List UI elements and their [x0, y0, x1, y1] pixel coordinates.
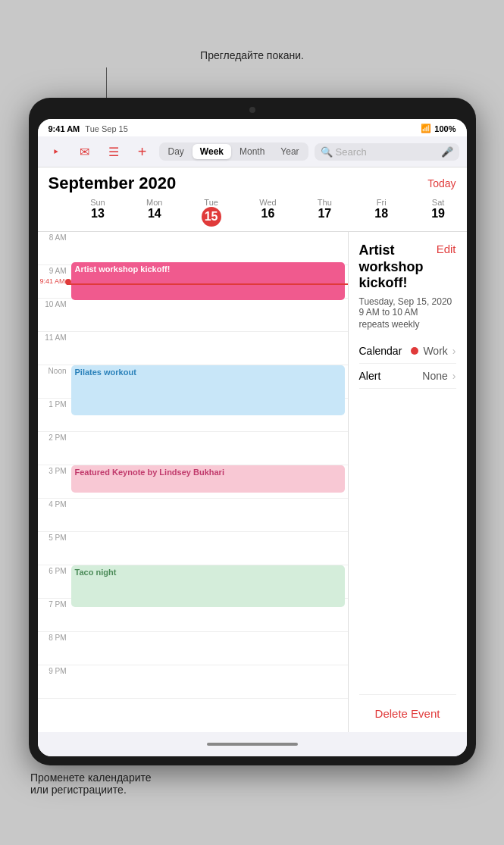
time-label-11am: 11 AM — [38, 332, 70, 365]
weekday-wed: Wed 16 — [239, 196, 296, 228]
home-indicator — [38, 732, 467, 756]
calendar-main: 8 AM 9 AM 10 AM 11 AM Noon 1 PM 2 PM 3 P… — [38, 232, 467, 732]
weekday-fri-label: Fri — [377, 198, 387, 207]
time-label-5pm: 5 PM — [38, 532, 70, 565]
weekday-sat-num: 19 — [410, 207, 467, 221]
delete-event-button[interactable]: Delete Event — [359, 694, 456, 732]
weekday-thu-num: 17 — [296, 207, 353, 221]
time-label-8pm: 8 PM — [38, 632, 70, 665]
detail-repeat: repeats weekly — [359, 319, 456, 330]
detail-edit-button[interactable]: Edit — [437, 243, 456, 255]
device-frame: 9:41 AM Tue Sep 15 📶 100% ‣ ✉ ☰ + Day — [29, 98, 476, 765]
tab-day[interactable]: Day — [161, 144, 192, 159]
weekday-sat-label: Sat — [432, 198, 445, 207]
time-label-3pm: 3 PM — [38, 465, 70, 498]
weekday-mon-label: Mon — [146, 198, 162, 207]
current-time-label: 9:41 AM — [38, 277, 68, 285]
search-icon: 🔍 — [321, 146, 333, 158]
event-pilates-workout[interactable]: Pilates workout — [71, 365, 345, 415]
list-icon[interactable]: ☰ — [103, 141, 124, 162]
current-time-line — [67, 283, 348, 285]
view-switcher: Day Week Month Year — [159, 142, 308, 161]
annotation-line — [106, 67, 107, 98]
search-placeholder: Search — [336, 146, 367, 158]
detail-title-row: Artist workshop kickoff! Edit — [359, 243, 456, 292]
chevron-right-icon: › — [452, 345, 456, 357]
toolbar-icons: ‣ ✉ ☰ + — [45, 141, 153, 162]
detail-panel: Artist workshop kickoff! Edit Tuesday, S… — [349, 232, 467, 732]
weekday-wed-label: Wed — [259, 198, 276, 207]
status-date: Tue Sep 15 — [85, 124, 127, 133]
status-time: 9:41 AM — [49, 124, 80, 133]
weekday-mon: Mon 14 — [126, 196, 183, 228]
time-label-4pm: 4 PM — [38, 499, 70, 531]
event-taco-night[interactable]: Taco night — [71, 565, 345, 607]
detail-date: Tuesday, Sep 15, 2020 9 AM to 10 AM — [359, 296, 456, 318]
add-icon[interactable]: + — [132, 141, 153, 162]
weekday-mon-num: 14 — [126, 207, 183, 221]
weekday-tue-num: 15 — [202, 207, 221, 227]
weekday-sat: Sat 19 — [410, 196, 467, 228]
event-artist-workshop[interactable]: Artist workshop kickoff! — [71, 262, 345, 300]
detail-alert-value: None › — [422, 370, 455, 382]
weekday-fri-num: 18 — [353, 207, 410, 221]
weekday-sun-label: Sun — [90, 198, 105, 207]
time-label-7pm: 7 PM — [38, 599, 70, 631]
inbox-icon[interactable]: ✉ — [74, 141, 95, 162]
time-label-noon: Noon — [38, 365, 70, 398]
status-right: 📶 100% — [421, 124, 455, 133]
detail-calendar-value: Work › — [411, 345, 455, 357]
time-label-10am: 10 AM — [38, 299, 70, 331]
wifi-icon: 📶 — [421, 124, 431, 133]
detail-title: Artist workshop kickoff! — [359, 243, 430, 292]
time-grid: 8 AM 9 AM 10 AM 11 AM Noon 1 PM 2 PM 3 P… — [38, 232, 349, 732]
time-label-2pm: 2 PM — [38, 432, 70, 465]
weekday-wed-num: 16 — [239, 207, 296, 221]
device-camera — [249, 107, 255, 113]
calendar-grid-icon[interactable]: ‣ — [45, 141, 67, 162]
weekday-header: Sun 13 Mon 14 Tue 15 Wed 16 Thu 17 — [38, 196, 467, 232]
detail-calendar-label: Calendar — [359, 345, 402, 357]
annotation-top: Прегледайте покани. — [15, 49, 489, 61]
time-label-9pm: 9 PM — [38, 665, 70, 698]
event-keynote[interactable]: Featured Keynote by Lindsey Bukhari — [71, 465, 345, 493]
detail-alert-none: None — [422, 370, 447, 382]
chevron-right-alert-icon: › — [452, 370, 456, 382]
status-bar: 9:41 AM Tue Sep 15 📶 100% — [38, 119, 467, 136]
detail-alert-row[interactable]: Alert None › — [359, 364, 456, 389]
home-bar — [207, 743, 298, 746]
detail-alert-label: Alert — [359, 370, 381, 382]
weekday-tue-label: Tue — [204, 198, 218, 207]
weekday-sun: Sun 13 — [70, 196, 127, 228]
month-header: September 2020 Today — [38, 167, 467, 196]
time-label-1pm: 1 PM — [38, 399, 70, 431]
weekday-thu-label: Thu — [318, 198, 332, 207]
time-label-8am: 8 AM — [38, 232, 70, 264]
today-button[interactable]: Today — [427, 177, 455, 189]
tab-week[interactable]: Week — [193, 144, 231, 159]
microphone-icon[interactable]: 🎤 — [441, 146, 453, 158]
battery-label: 100% — [434, 124, 455, 133]
detail-calendar-work: Work — [423, 345, 447, 357]
month-title: September 2020 — [49, 174, 177, 193]
annotation-bottom: Променете календаритеили регистрациите. — [15, 771, 489, 796]
tab-month[interactable]: Month — [232, 144, 272, 159]
work-dot — [411, 347, 418, 355]
detail-calendar-row[interactable]: Calendar Work › — [359, 339, 456, 364]
screen: 9:41 AM Tue Sep 15 📶 100% ‣ ✉ ☰ + Day — [38, 119, 467, 756]
time-label-6pm: 6 PM — [38, 565, 70, 598]
weekday-sun-num: 13 — [70, 207, 127, 221]
weekday-fri: Fri 18 — [353, 196, 410, 228]
search-bar[interactable]: 🔍 Search 🎤 — [315, 143, 459, 161]
weekday-thu: Thu 17 — [296, 196, 353, 228]
tab-year[interactable]: Year — [273, 144, 306, 159]
weekday-tue[interactable]: Tue 15 — [183, 196, 239, 228]
toolbar: ‣ ✉ ☰ + Day Week Month Year 🔍 Search 🎤 — [38, 136, 467, 167]
